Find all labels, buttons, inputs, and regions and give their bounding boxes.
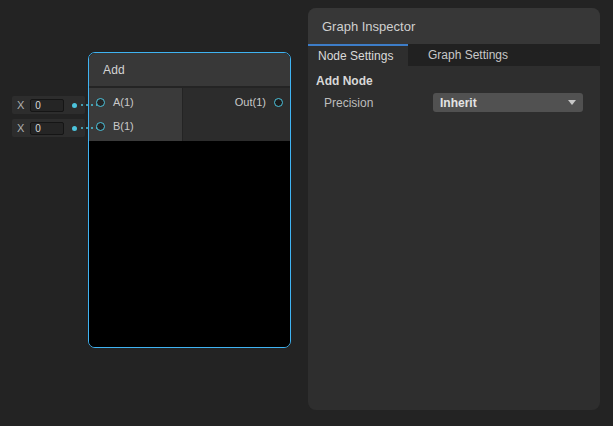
node-preview (89, 141, 290, 347)
output-port-label: Out(1) (235, 96, 266, 108)
inspector-tabs: Node Settings Graph Settings (308, 44, 600, 66)
default-input-a-field[interactable] (30, 99, 64, 112)
inspector-title: Graph Inspector (322, 19, 415, 34)
node-title-bar[interactable]: Add (89, 53, 290, 88)
edge-endpoint-dot (72, 126, 77, 131)
add-node[interactable]: Add A(1) B(1) Out(1) (88, 52, 291, 348)
precision-field-row: Precision Inherit (316, 93, 592, 112)
precision-label: Precision (324, 96, 433, 110)
port-row-a: A(1) (89, 90, 182, 114)
port-row-out: Out(1) (183, 90, 290, 114)
precision-dropdown-value: Inherit (440, 96, 477, 110)
edge-endpoint-dot (72, 103, 77, 108)
output-ports-section: Out(1) (183, 88, 290, 141)
graph-inspector-panel: Graph Inspector Node Settings Graph Sett… (308, 8, 600, 410)
input-port-b-icon[interactable] (96, 122, 105, 131)
tab-graph-settings-label: Graph Settings (428, 48, 508, 62)
tab-node-settings-label: Node Settings (318, 49, 393, 63)
inspector-content: Add Node Precision Inherit (308, 66, 600, 410)
tab-graph-settings[interactable]: Graph Settings (414, 44, 522, 66)
default-input-b: X (12, 119, 85, 137)
input-port-a-icon[interactable] (96, 98, 105, 107)
default-input-a: X (12, 96, 85, 114)
input-ports-section: A(1) B(1) (89, 88, 183, 141)
node-title: Add (103, 63, 125, 77)
chevron-down-icon (568, 100, 576, 105)
node-settings-section-title: Add Node (316, 74, 592, 88)
default-input-a-axis-label: X (17, 99, 24, 111)
inspector-title-bar[interactable]: Graph Inspector (308, 8, 600, 44)
graph-canvas[interactable]: Add A(1) B(1) Out(1) (0, 0, 613, 426)
node-ports: A(1) B(1) Out(1) (89, 88, 290, 141)
output-port-icon[interactable] (274, 98, 283, 107)
port-row-b: B(1) (89, 114, 182, 138)
input-port-a-label: A(1) (113, 96, 134, 108)
tab-node-settings[interactable]: Node Settings (308, 44, 408, 66)
default-input-b-axis-label: X (17, 122, 24, 134)
default-input-b-field[interactable] (30, 122, 64, 135)
input-port-b-label: B(1) (113, 120, 134, 132)
precision-dropdown[interactable]: Inherit (433, 93, 583, 112)
